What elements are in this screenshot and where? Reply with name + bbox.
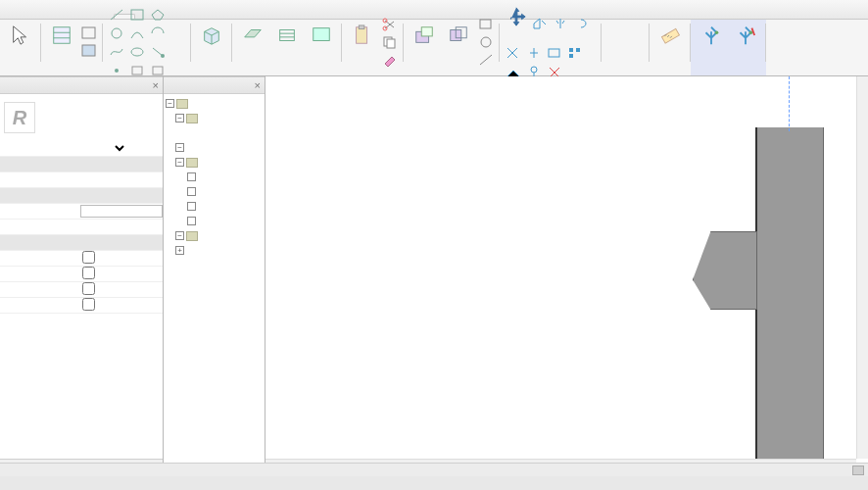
tree-s: [166, 199, 263, 214]
workplane-check[interactable]: [82, 251, 95, 264]
tree-twist-fp[interactable]: −: [175, 114, 184, 122]
scissors-icon: [382, 18, 398, 31]
tree-twist-el[interactable]: −: [175, 158, 184, 167]
array-button[interactable]: [565, 44, 585, 62]
copy-button[interactable]: [380, 33, 400, 51]
copy-icon: [382, 35, 398, 49]
ribbon-group-properties: [41, 20, 103, 75]
work-area: × R: [0, 76, 868, 476]
tab-manage[interactable]: [71, 14, 92, 19]
draw-circle[interactable]: [107, 24, 126, 42]
paste-button[interactable]: [346, 23, 379, 62]
trim-icon: [506, 46, 521, 60]
trim-button[interactable]: [504, 44, 523, 62]
tree-twist-root[interactable]: −: [166, 99, 174, 108]
properties-close[interactable]: ×: [153, 79, 159, 91]
cutvoid-check[interactable]: [82, 282, 95, 295]
tree-sheets: −: [166, 228, 263, 243]
svg-rect-6: [131, 10, 143, 20]
other-section: [0, 235, 163, 251]
family-select[interactable]: [80, 142, 127, 155]
prop-small-2[interactable]: [79, 42, 99, 60]
split-icon: [526, 46, 542, 60]
tree-folder-icon: [186, 114, 198, 123]
draw-ellipse[interactable]: [127, 43, 147, 61]
move-button[interactable]: [504, 4, 529, 43]
match-button[interactable]: [380, 51, 400, 69]
ribbon-group-view: [602, 20, 650, 75]
tree-twist-n[interactable]: [187, 187, 196, 196]
mirror-button[interactable]: [551, 15, 570, 32]
shared-check[interactable]: [82, 298, 95, 311]
svg-rect-28: [480, 20, 491, 28]
draw-rect[interactable]: [127, 6, 147, 24]
browser-close[interactable]: ×: [255, 79, 261, 91]
draw-pick[interactable]: [148, 43, 168, 61]
wp-viewer[interactable]: [305, 23, 338, 62]
cursor-icon: [10, 24, 31, 46]
load-close[interactable]: [729, 23, 762, 62]
draw-arc1[interactable]: [127, 24, 147, 42]
status-icon: [852, 466, 864, 475]
view-sm2[interactable]: [626, 33, 646, 51]
view-sm1[interactable]: [605, 33, 625, 51]
svg-rect-12: [132, 67, 142, 74]
tree-twist-fam[interactable]: +: [175, 246, 184, 255]
split-button[interactable]: [524, 44, 544, 62]
prop-icon: [81, 44, 97, 58]
tree-twist-sh[interactable]: −: [175, 231, 184, 240]
tab-create[interactable]: [6, 14, 27, 19]
tree-folder-icon: [186, 158, 198, 168]
tab-insert[interactable]: [27, 14, 49, 19]
tree-root: −: [166, 96, 263, 111]
prop-icon: [81, 26, 97, 40]
geo-sm1[interactable]: [476, 16, 496, 33]
rect-icon: [129, 8, 145, 22]
tree-twist-lv1[interactable]: [187, 128, 196, 137]
offset-button[interactable]: [545, 44, 564, 62]
properties-button[interactable]: [45, 23, 78, 62]
geo-icon: [478, 53, 494, 67]
svg-rect-19: [359, 25, 364, 29]
vertical-scrollbar[interactable]: [856, 76, 868, 459]
modify-button[interactable]: [4, 23, 37, 62]
loadclose-icon: [735, 24, 756, 46]
draw-poly[interactable]: [148, 6, 168, 24]
load-icon: [700, 24, 722, 46]
svg-rect-31: [569, 48, 573, 52]
tree-twist-e[interactable]: [187, 172, 196, 181]
prop-small-1[interactable]: [79, 24, 99, 42]
tree-twist-s[interactable]: [187, 202, 196, 211]
geo-join[interactable]: [442, 23, 475, 62]
tree-twist-w[interactable]: [187, 217, 196, 225]
rotate-button[interactable]: [571, 15, 591, 32]
svg-rect-0: [54, 27, 71, 44]
vertical-check[interactable]: [82, 267, 95, 279]
draw-line[interactable]: [107, 6, 126, 24]
tree-twist-3d[interactable]: −: [175, 143, 184, 152]
host-row: [0, 172, 163, 188]
cut-button[interactable]: [380, 16, 400, 33]
wp-set[interactable]: [236, 23, 269, 62]
properties-icon: [51, 24, 72, 46]
geo-sm3[interactable]: [476, 51, 496, 69]
geo-sm2[interactable]: [476, 33, 496, 51]
spline-icon: [109, 45, 124, 59]
draw-spline[interactable]: [107, 43, 126, 61]
geo-cut[interactable]: [408, 23, 441, 62]
ribbon-group-workplane: [232, 20, 342, 75]
model-button[interactable]: [195, 23, 228, 62]
more-icon: [129, 64, 145, 77]
svg-rect-18: [357, 27, 367, 44]
align-button[interactable]: [530, 15, 550, 32]
measure-button[interactable]: [653, 23, 687, 62]
tree-e: [166, 170, 263, 184]
wp-show[interactable]: [270, 23, 304, 62]
load-project[interactable]: [695, 23, 728, 62]
omninum-input[interactable]: [80, 205, 163, 218]
tree-folder-icon: [186, 231, 198, 241]
properties-preview: R: [0, 94, 163, 141]
viewer-icon: [311, 24, 332, 46]
tab-view[interactable]: [49, 14, 71, 19]
draw-arc2[interactable]: [148, 24, 168, 42]
